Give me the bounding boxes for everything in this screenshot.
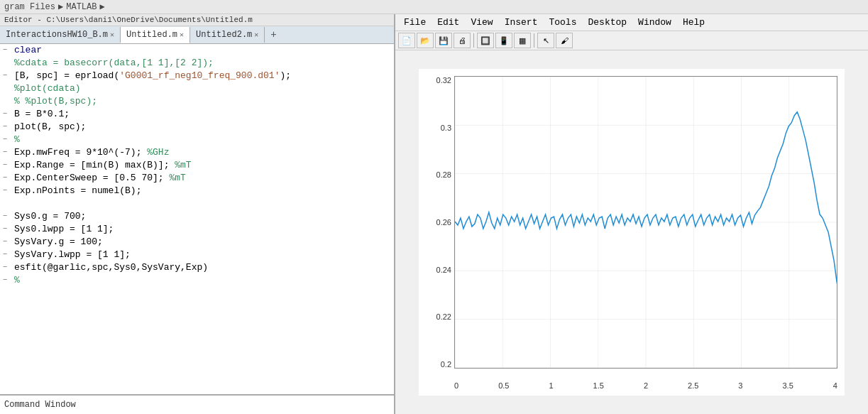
- editor-panel: Editor - C:\Users\dani1\OneDrive\Documen…: [0, 14, 395, 414]
- xlabel-15: 1.5: [593, 381, 604, 390]
- code-line-6: – B = B*0.1;: [0, 108, 394, 121]
- tb-separator-2: [534, 33, 534, 48]
- plot-svg: [455, 77, 837, 368]
- line-content-9: Exp.mwFreq = 9*10^(-7); %GHz: [10, 146, 169, 159]
- line-marker-7: –: [0, 121, 10, 134]
- line-marker-2: [0, 57, 10, 70]
- line-marker-13: [0, 197, 10, 210]
- code-line-11: – Exp.CenterSweep = [0.5 70]; %mT: [0, 172, 394, 185]
- tb-arrow-button[interactable]: ↖: [537, 33, 554, 48]
- figure-toolbar: 📄 📂 💾 🖨 🔲 📱 ▦ ↖ 🖌: [395, 31, 868, 50]
- command-window-bar: Command Window: [0, 394, 394, 414]
- code-line-3: – [B, spc] = eprload('G0001_rf_neg10_fre…: [0, 70, 394, 82]
- figure-menu-bar: File Edit View Insert Tools Desktop Wind…: [395, 14, 868, 31]
- line-marker-11: –: [0, 172, 10, 185]
- line-content-7: plot(B, spc);: [10, 121, 86, 134]
- xlabel-05: 0.5: [498, 381, 509, 390]
- code-line-7: – plot(B, spc);: [0, 121, 394, 134]
- tab-add-button[interactable]: +: [265, 26, 282, 43]
- line-marker-1: –: [0, 44, 10, 57]
- top-bar: gram Files ▶ MATLAB ▶: [0, 0, 868, 14]
- tab-untitled2[interactable]: Untitled2.m ✕: [190, 27, 265, 43]
- code-line-15: – Sys0.lwpp = [1 1];: [0, 223, 394, 236]
- menu-desktop[interactable]: Desktop: [582, 16, 632, 29]
- yaxis-labels: 0.32 0.3 0.28 0.26 0.24 0.22 0.2: [419, 76, 454, 369]
- line-marker-10: –: [0, 159, 10, 172]
- breadcrumb-arrow2: ▶: [99, 1, 104, 12]
- line-content-15: Sys0.lwpp = [1 1];: [10, 223, 114, 236]
- tab-untitled-label: Untitled.m: [126, 30, 177, 40]
- plot-container: 0.32 0.3 0.28 0.26 0.24 0.22 0.2: [395, 50, 868, 414]
- menu-edit[interactable]: Edit: [432, 16, 465, 29]
- editor-title-bar: Editor - C:\Users\dani1\OneDrive\Documen…: [0, 14, 394, 26]
- code-line-4: %plot(cdata): [0, 82, 394, 95]
- code-line-5: % %plot(B,spc);: [0, 95, 394, 108]
- tab-untitled2-close[interactable]: ✕: [254, 31, 258, 39]
- line-marker-8: –: [0, 134, 10, 146]
- line-marker-9: –: [0, 146, 10, 159]
- tb-save-button[interactable]: 💾: [435, 33, 452, 48]
- ylabel-030: 0.3: [441, 124, 451, 132]
- line-content-17: SysVary.lwpp = [1 1];: [10, 249, 131, 261]
- line-content-19: %: [10, 274, 20, 287]
- menu-tools[interactable]: Tools: [543, 16, 582, 29]
- line-marker-16: –: [0, 236, 10, 249]
- tb-grid-button[interactable]: ▦: [514, 33, 531, 48]
- tb-open-button[interactable]: 📂: [417, 33, 434, 48]
- command-window-label: Command Window: [4, 400, 76, 410]
- breadcrumb-gramfiles[interactable]: gram Files: [4, 2, 55, 12]
- code-line-12: – Exp.nPoints = numel(B);: [0, 185, 394, 197]
- plot-area: 0.32 0.3 0.28 0.26 0.24 0.22 0.2: [419, 69, 845, 396]
- tab-untitled[interactable]: Untitled.m ✕: [121, 27, 190, 43]
- code-line-14: – Sys0.g = 700;: [0, 210, 394, 223]
- editor-tabs: InteractionsHW10_B.m ✕ Untitled.m ✕ Unti…: [0, 26, 394, 44]
- menu-insert[interactable]: Insert: [499, 16, 544, 29]
- line-content-5: % %plot(B,spc);: [10, 95, 97, 108]
- menu-window[interactable]: Window: [632, 16, 677, 29]
- tb-print-button[interactable]: 🖨: [454, 33, 471, 48]
- code-line-13: [0, 197, 394, 210]
- editor-title-text: Editor - C:\Users\dani1\OneDrive\Documen…: [4, 16, 253, 24]
- tab-interactions[interactable]: InteractionsHW10_B.m ✕: [0, 27, 121, 43]
- tb-zoom-button[interactable]: 🔲: [477, 33, 494, 48]
- ylabel-028: 0.28: [436, 170, 451, 179]
- breadcrumb-matlab[interactable]: MATLAB: [66, 2, 97, 12]
- ylabel-022: 0.22: [436, 312, 451, 321]
- code-line-18: – esfit(@garlic,spc,Sys0,SysVary,Exp): [0, 261, 394, 274]
- xlabel-4: 4: [833, 381, 837, 390]
- tab-untitled-close[interactable]: ✕: [180, 31, 184, 39]
- ylabel-020: 0.2: [441, 360, 451, 369]
- xlabel-2: 2: [644, 381, 648, 390]
- line-content-12: Exp.nPoints = numel(B);: [10, 185, 141, 197]
- tab-interactions-close[interactable]: ✕: [110, 31, 114, 39]
- tb-new-button[interactable]: 📄: [398, 33, 415, 48]
- tab-interactions-label: InteractionsHW10_B.m: [6, 30, 108, 40]
- breadcrumb-arrow1: ▶: [58, 1, 63, 12]
- menu-help[interactable]: Help: [677, 16, 710, 29]
- line-marker-5: [0, 95, 10, 108]
- line-content-2: %cdata = basecorr(data,[1 1],[2 2]);: [10, 57, 214, 70]
- line-content-4: %plot(cdata): [10, 82, 81, 95]
- line-marker-15: –: [0, 223, 10, 236]
- line-marker-12: –: [0, 185, 10, 197]
- code-line-17: – SysVary.lwpp = [1 1];: [0, 249, 394, 261]
- code-line-8: – %: [0, 134, 394, 146]
- code-editor[interactable]: – clear %cdata = basecorr(data,[1 1],[2 …: [0, 44, 394, 394]
- code-line-10: – Exp.Range = [min(B) max(B)]; %mT: [0, 159, 394, 172]
- code-line-16: – SysVary.g = 100;: [0, 236, 394, 249]
- xlabel-1: 1: [549, 381, 553, 390]
- line-marker-4: [0, 82, 10, 95]
- code-line-2: %cdata = basecorr(data,[1 1],[2 2]);: [0, 57, 394, 70]
- line-marker-6: –: [0, 108, 10, 121]
- figure-panel: File Edit View Insert Tools Desktop Wind…: [395, 14, 868, 414]
- tb-brush-button[interactable]: 🖌: [556, 33, 573, 48]
- xlabel-25: 2.5: [688, 381, 698, 390]
- menu-file[interactable]: File: [398, 16, 432, 29]
- tb-separator-1: [473, 33, 474, 48]
- ylabel-024: 0.24: [436, 266, 451, 274]
- plot-axes: [454, 76, 837, 369]
- line-marker-17: –: [0, 249, 10, 261]
- tb-mobile-button[interactable]: 📱: [495, 33, 512, 48]
- menu-view[interactable]: View: [465, 16, 498, 29]
- xlabel-0: 0: [454, 381, 458, 390]
